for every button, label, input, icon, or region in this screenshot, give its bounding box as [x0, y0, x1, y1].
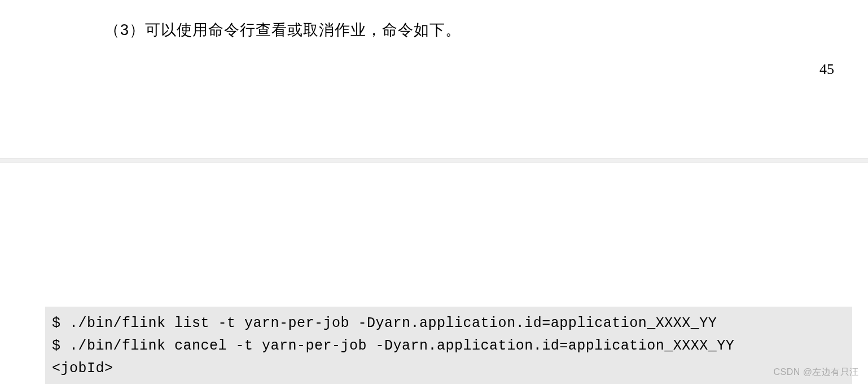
instruction-paragraph: （3）可以使用命令行查看或取消作业，命令如下。 — [104, 18, 823, 42]
upper-document-section: （3）可以使用命令行查看或取消作业，命令如下。 45 — [0, 0, 868, 158]
page-number: 45 — [819, 61, 834, 78]
code-line-1: $ ./bin/flink list -t yarn-per-job -Dyar… — [52, 315, 717, 331]
watermark: CSDN @左边有只汪 — [773, 366, 859, 378]
lower-document-section: $ ./bin/flink list -t yarn-per-job -Dyar… — [0, 163, 868, 384]
code-line-3: <jobId> — [52, 360, 113, 377]
code-line-2: $ ./bin/flink cancel -t yarn-per-job -Dy… — [52, 338, 734, 354]
section-divider — [0, 158, 868, 163]
code-block: $ ./bin/flink list -t yarn-per-job -Dyar… — [45, 307, 852, 384]
